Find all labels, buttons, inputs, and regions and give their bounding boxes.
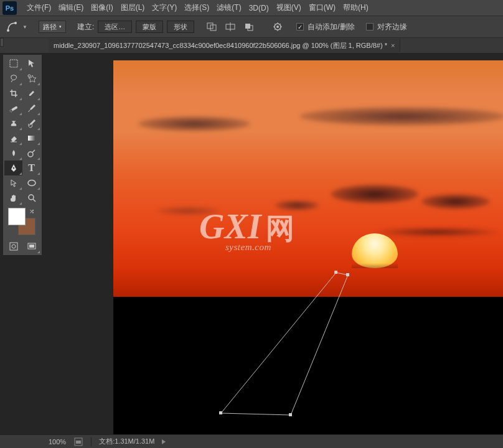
svg-rect-15: [28, 136, 35, 141]
clone-stamp-tool[interactable]: [4, 116, 22, 131]
zoom-level[interactable]: 100%: [49, 438, 66, 446]
svg-point-1: [14, 22, 17, 24]
combine-path-button[interactable]: [204, 20, 219, 34]
history-brush-tool[interactable]: [22, 116, 40, 131]
align-edges-label: 对齐边缘: [377, 22, 407, 32]
arrange-path-button[interactable]: [242, 20, 256, 34]
move-tool[interactable]: [22, 56, 40, 71]
align-edges-checkbox[interactable]: [366, 23, 374, 30]
rectangular-marquee-tool[interactable]: [4, 56, 22, 71]
svg-rect-29: [289, 413, 292, 416]
screen-mode[interactable]: [22, 239, 40, 254]
pen-tool[interactable]: [4, 161, 22, 175]
tab-title: middle_230907_10961377702547473_cc8334c9…: [54, 41, 387, 50]
svg-line-21: [33, 199, 35, 202]
path-selection-tool[interactable]: [4, 175, 22, 190]
svg-rect-25: [29, 245, 34, 248]
svg-point-19: [28, 180, 35, 186]
svg-rect-10: [10, 60, 17, 67]
color-swatches: ⤭: [8, 208, 37, 236]
quick-selection-tool[interactable]: [22, 71, 40, 86]
svg-rect-22: [10, 243, 17, 250]
eyedropper-tool[interactable]: [22, 86, 40, 101]
options-bar: ▼ 路径 ▾ 建立: 选区… 蒙版 形状 自动添加/删除 对齐边缘: [0, 16, 503, 38]
menu-view[interactable]: 视图(V): [273, 0, 305, 16]
foreground-color-swatch[interactable]: [8, 208, 26, 225]
type-tool[interactable]: T: [22, 161, 40, 175]
menu-filter[interactable]: 滤镜(T): [213, 0, 245, 16]
brush-tool[interactable]: [22, 101, 40, 116]
swap-colors-icon[interactable]: ⤭: [29, 208, 37, 215]
document-tab[interactable]: middle_230907_10961377702547473_cc8334c9…: [49, 39, 400, 52]
menu-3d[interactable]: 3D(D): [245, 1, 273, 15]
image-cloud: [300, 107, 503, 126]
dodge-tool[interactable]: [22, 146, 40, 161]
menu-image[interactable]: 图像(I): [87, 0, 116, 16]
canvas[interactable]: GXI 网 system.com: [113, 60, 503, 434]
crop-tool[interactable]: [4, 86, 22, 101]
svg-point-9: [276, 26, 279, 28]
hand-tool[interactable]: [4, 190, 22, 205]
panel-drag-handle[interactable]: [0, 38, 4, 47]
menu-type[interactable]: 文字(Y): [148, 0, 181, 16]
quick-mask-mode[interactable]: [4, 239, 22, 254]
menu-select[interactable]: 选择(S): [181, 0, 213, 16]
lasso-tool[interactable]: [4, 71, 22, 86]
status-bar: 100% 文档:1.31M/1.31M: [0, 434, 503, 448]
current-tool-icon[interactable]: [5, 20, 19, 34]
tools-panel: T ⤭: [2, 54, 42, 256]
make-selection-button[interactable]: 选区…: [98, 21, 132, 33]
image-cloud: [421, 194, 490, 209]
svg-rect-30: [219, 411, 222, 414]
menu-window[interactable]: 窗口(W): [305, 0, 339, 16]
svg-point-16: [28, 152, 33, 157]
eraser-tool[interactable]: [4, 131, 22, 146]
menu-edit[interactable]: 编辑(E): [55, 0, 87, 16]
tab-bar: middle_230907_10961377702547473_cc8334c9…: [0, 38, 503, 53]
blur-tool[interactable]: [4, 146, 22, 161]
ellipse-tool[interactable]: [22, 175, 40, 190]
zoom-tool[interactable]: [22, 190, 40, 205]
align-path-button[interactable]: [223, 20, 238, 34]
svg-rect-32: [76, 441, 81, 444]
spot-healing-tool[interactable]: [4, 101, 22, 116]
watermark-brand-en: GXI: [199, 207, 261, 246]
doc-size-label: 文档:1.31M/1.31M: [99, 437, 154, 446]
svg-point-18: [12, 167, 14, 169]
image-sky: [113, 60, 503, 297]
workspace: T ⤭: [0, 53, 503, 434]
gear-icon[interactable]: [270, 20, 285, 34]
status-menu-icon[interactable]: [162, 439, 166, 444]
menu-file[interactable]: 文件(F): [23, 0, 55, 16]
chevron-down-icon: ▾: [59, 24, 62, 29]
image-cloud: [331, 185, 418, 203]
menu-layer[interactable]: 图层(L): [117, 0, 149, 16]
svg-point-23: [12, 245, 16, 248]
path-mode-dropdown[interactable]: 路径 ▾: [39, 21, 66, 33]
image-cloud: [375, 227, 499, 237]
chevron-down-icon[interactable]: ▼: [22, 24, 27, 30]
path-mode-label: 路径: [43, 22, 57, 32]
menu-help[interactable]: 帮助(H): [339, 0, 372, 16]
separator: [91, 437, 92, 446]
svg-point-11: [28, 75, 31, 77]
svg-line-17: [32, 150, 35, 152]
watermark: GXI 网 system.com: [199, 207, 294, 253]
watermark-brand-cn: 网: [266, 213, 294, 245]
auto-add-checkbox[interactable]: [296, 23, 304, 30]
app-logo: Ps: [2, 1, 17, 15]
auto-add-label: 自动添加/删除: [308, 22, 354, 32]
establish-label: 建立:: [77, 22, 94, 32]
gradient-tool[interactable]: [22, 131, 40, 146]
svg-point-20: [29, 195, 34, 200]
svg-point-0: [7, 29, 9, 32]
image-cloud: [138, 116, 250, 131]
make-mask-button[interactable]: 蒙版: [136, 21, 163, 33]
status-preview-icon[interactable]: [73, 437, 83, 447]
menu-bar: Ps 文件(F) 编辑(E) 图像(I) 图层(L) 文字(Y) 选择(S) 滤…: [0, 0, 503, 16]
make-shape-button[interactable]: 形状: [167, 21, 194, 33]
close-icon[interactable]: ×: [391, 42, 395, 49]
